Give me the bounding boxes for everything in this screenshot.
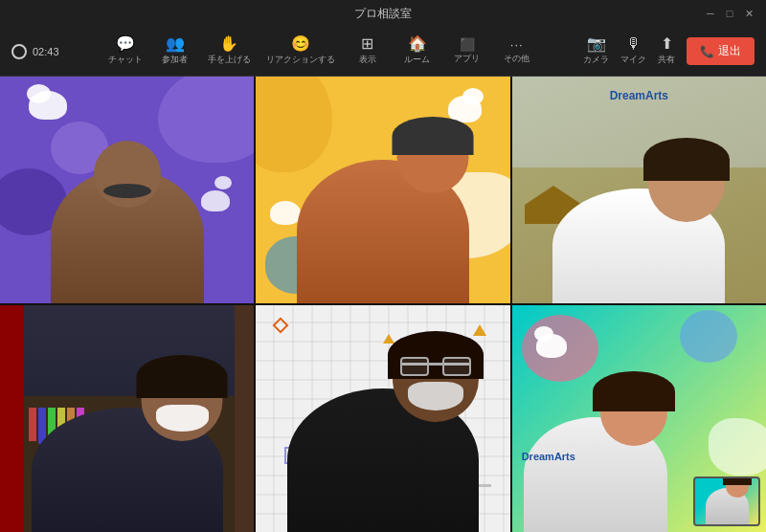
minimize-button[interactable]: ─ <box>705 8 716 19</box>
video-cell-6[interactable]: DreamArts <box>512 305 766 532</box>
apps-button[interactable]: ⬛ アプリ <box>450 38 484 65</box>
glasses-left <box>400 357 429 376</box>
toolbar: 02:43 💬 チャット 👥 参加者 ✋ 手を上げる 😊 リアクションする ⊞ … <box>0 27 766 77</box>
chat-button[interactable]: 💬 チャット <box>108 36 143 66</box>
person-hair-2 <box>393 117 474 155</box>
participants-label: 参加者 <box>162 54 188 66</box>
share-label: 共有 <box>658 54 675 66</box>
timer-display: 02:43 <box>33 46 59 57</box>
person-body-3 <box>552 188 725 303</box>
more-button[interactable]: ··· その他 <box>500 38 534 65</box>
reactions-label: リアクションする <box>266 54 335 66</box>
timer-section: 02:43 <box>11 44 59 59</box>
maximize-button[interactable]: □ <box>724 8 735 19</box>
dreamarts-text: DreamArts <box>610 89 668 102</box>
view-label: 表示 <box>359 54 376 66</box>
share-icon: ⬆ <box>661 36 673 52</box>
person-hair-3 <box>643 138 730 181</box>
reactions-icon: 😊 <box>291 36 310 52</box>
camera-button[interactable]: 📷 カメラ <box>583 36 609 66</box>
self-hair <box>723 477 752 485</box>
person-body-4 <box>32 408 223 532</box>
view-button[interactable]: ⊞ 表示 <box>350 36 385 66</box>
video-cell-2[interactable] <box>256 77 509 303</box>
reactions-button[interactable]: 😊 リアクションする <box>266 36 335 66</box>
leave-label: 退出 <box>718 43 741 59</box>
apps-label: アプリ <box>454 53 480 65</box>
self-view <box>693 477 760 526</box>
mask-2 <box>408 382 463 410</box>
share-button[interactable]: ⬆ 共有 <box>658 36 675 66</box>
dreamarts-logo-top: DreamArts <box>610 86 668 103</box>
toolbar-tools: 💬 チャット 👥 参加者 ✋ 手を上げる 😊 リアクションする ⊞ 表示 🏠 ル… <box>63 36 579 66</box>
participants-button[interactable]: 👥 参加者 <box>158 36 192 66</box>
video-cell-5[interactable] <box>256 305 509 532</box>
person-head-3 <box>648 145 725 222</box>
camera-icon: 📷 <box>587 36 606 52</box>
person-container-5 <box>256 305 509 532</box>
apps-icon: ⬛ <box>460 38 475 51</box>
person-body-6 <box>524 417 667 532</box>
raise-hand-button[interactable]: ✋ 手を上げる <box>208 36 251 66</box>
view-icon: ⊞ <box>361 36 373 52</box>
person-container-2 <box>256 77 509 303</box>
title-bar: プロ相談室 ─ □ ✕ <box>0 0 766 27</box>
person-hair-4 <box>137 355 228 398</box>
person-hair-1 <box>103 184 151 198</box>
video-cell-4[interactable] <box>0 305 254 532</box>
rooms-icon: 🏠 <box>408 36 427 52</box>
dreamarts-label: DreamArts <box>522 451 575 462</box>
window-controls[interactable]: ─ □ ✕ <box>705 8 755 19</box>
rooms-button[interactable]: 🏠 ルーム <box>400 36 435 66</box>
camera-label: カメラ <box>583 54 609 66</box>
person-head-1 <box>94 141 161 208</box>
person-hair-6 <box>593 371 675 411</box>
self-view-inner <box>695 478 758 524</box>
more-icon: ··· <box>510 38 524 51</box>
rooms-label: ルーム <box>404 54 430 66</box>
participants-icon: 👥 <box>166 36 185 52</box>
more-label: その他 <box>504 53 529 65</box>
mic-button[interactable]: 🎙 マイク <box>620 36 646 66</box>
person-head-6 <box>600 379 667 446</box>
person-body-1 <box>51 169 204 303</box>
close-button[interactable]: ✕ <box>743 8 755 19</box>
raise-hand-label: 手を上げる <box>208 54 251 66</box>
video-cell-1[interactable] <box>0 77 254 303</box>
mic-label: マイク <box>620 54 646 66</box>
window-title: プロ相談室 <box>354 6 412 22</box>
chat-label: チャット <box>108 54 143 66</box>
blue-blob <box>680 310 737 363</box>
person-container-4 <box>0 305 254 532</box>
person-head-2 <box>397 122 469 193</box>
person-body-5 <box>287 388 479 532</box>
self-person <box>706 488 749 524</box>
dreamarts-badge: DreamArts <box>522 447 575 464</box>
white-blob <box>709 418 766 476</box>
raise-hand-icon: ✋ <box>219 36 238 52</box>
timer-icon <box>11 44 27 59</box>
person-head-5 <box>393 336 479 422</box>
dog-head-5 <box>534 326 553 342</box>
video-grid: DreamArts <box>0 77 766 532</box>
person-container-1 <box>0 77 254 303</box>
person-container-3 <box>512 105 766 303</box>
mask <box>156 405 209 432</box>
leave-button[interactable]: 📞 退出 <box>687 37 755 65</box>
leave-phone-icon: 📞 <box>700 45 714 58</box>
media-controls: 📷 カメラ 🎙 マイク ⬆ 共有 📞 退出 <box>583 36 755 66</box>
chat-icon: 💬 <box>116 36 135 52</box>
glasses-right <box>442 357 471 376</box>
video-cell-3[interactable]: DreamArts <box>512 77 766 303</box>
person-head-4 <box>142 360 223 441</box>
self-head <box>726 477 749 498</box>
person-body-2 <box>297 160 469 303</box>
mic-icon: 🎙 <box>626 36 642 52</box>
